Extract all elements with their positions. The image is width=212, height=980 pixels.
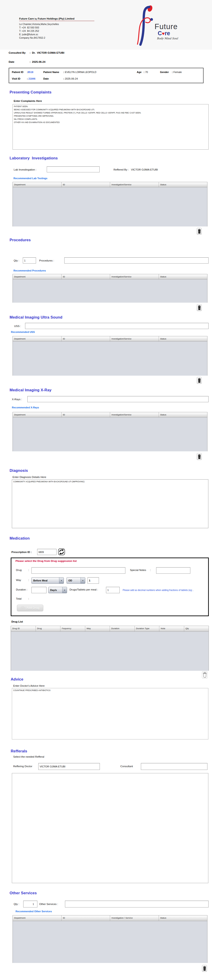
column-header-investigation-service[interactable]: Investigation/Service [110, 182, 159, 187]
procedures-input-label: Procedures : [39, 259, 54, 262]
recommended-other-services-label: Recommended Other Services [16, 910, 52, 913]
xray-table-body[interactable] [13, 417, 207, 451]
other-services-table-header: Department ID Investigation / Service St… [13, 915, 207, 921]
way-select-value: Before Meal [33, 579, 47, 582]
visit-date-field: Date: 2025-06-24 [43, 77, 78, 80]
logo-word-care: C♥re [158, 30, 178, 36]
column-header-drug-id[interactable]: Drug ID [11, 626, 36, 632]
drug-suggestion-warning: Please select the Drug from Drug suggess… [16, 560, 77, 562]
column-header-department[interactable]: Department [13, 182, 61, 187]
drug-input[interactable] [32, 567, 125, 574]
refresh-prescription-button[interactable] [58, 549, 65, 555]
column-header-id[interactable]: ID [61, 915, 110, 921]
frequency-select[interactable]: OD▼ [67, 578, 85, 584]
column-header-department[interactable]: Department [13, 274, 61, 279]
advice-label: Enter Doctor's Advice Here [13, 684, 45, 687]
column-header-status[interactable]: Status [159, 412, 207, 417]
uss-input[interactable] [25, 323, 209, 329]
other-services-table-body[interactable] [13, 921, 207, 963]
column-header-id[interactable]: ID [61, 274, 110, 279]
patient-name-value: EVELYN LORNA LEOPOLD [65, 71, 96, 73]
gender-value: Female [173, 71, 182, 73]
way-select[interactable]: Before Meal▼ [32, 578, 64, 584]
column-header-investigation-service[interactable]: Investigation/Service [110, 274, 159, 279]
recommended-uss-label: Recommended USS [11, 331, 35, 333]
section-title-diagnosis: Diagnosis [10, 468, 28, 473]
delete-xray-icon[interactable] [197, 453, 202, 460]
column-header-drug[interactable]: Drug [36, 626, 61, 632]
special-notes-label: Special Notes [130, 569, 146, 571]
delete-lab-test-icon[interactable] [197, 228, 202, 235]
other-services-qty-label: Qty : [14, 903, 19, 905]
company-phone-2: T: +24 84 225 252 [19, 29, 95, 33]
procedures-table-body[interactable] [13, 280, 207, 303]
section-title-procedures: Procedures [10, 238, 31, 242]
patient-id-value: 8518 [28, 71, 33, 73]
add-drug-button[interactable]: Add Drug [17, 605, 43, 611]
referring-doctor-input[interactable] [38, 763, 100, 770]
duration-unit-value: Day/s [50, 589, 57, 592]
column-header-department[interactable]: Department [13, 412, 61, 417]
xray-input-label: X-Rays : [12, 398, 22, 401]
section-title-xray: Medical Imaging X-Ray [10, 388, 51, 392]
decimal-fraction-note: Please add as decimal numbers when addin… [123, 589, 207, 592]
column-header-status[interactable]: Status [159, 336, 207, 341]
column-header-duration[interactable]: Duration [110, 626, 135, 632]
frequency-qty-input[interactable] [88, 578, 99, 584]
complaints-textarea[interactable]: PATIENT SEEN. BEING ASSESSED FOR COMMUNI… [13, 104, 209, 150]
uss-table-body[interactable] [13, 342, 207, 375]
per-meal-input[interactable] [106, 587, 120, 593]
diagnosis-textarea[interactable]: COMMUNITY ACQUIRED PNEUMONIA WITH BACKGR… [12, 479, 208, 528]
column-header-id[interactable]: ID [61, 182, 110, 187]
procedures-qty-input[interactable] [23, 258, 36, 264]
xray-input[interactable] [27, 396, 209, 402]
colon: : [172, 71, 173, 73]
prescription-id-input[interactable] [37, 549, 56, 555]
section-title-medication: Medication [10, 536, 30, 541]
procedures-table-header: Department ID Investigation/Service Stat… [13, 274, 207, 280]
advice-textarea[interactable]: COUNTINUE PRESCRIBED ANTIBIOTICS [12, 688, 208, 740]
delete-advice-icon[interactable] [202, 671, 207, 678]
column-header-qty[interactable]: Qty [184, 626, 209, 632]
column-header-way[interactable]: Way [85, 626, 110, 632]
column-header-status[interactable]: Status [159, 274, 207, 279]
column-header-id[interactable]: ID [61, 336, 110, 341]
other-services-qty-input[interactable] [23, 900, 37, 907]
column-header-id[interactable]: ID [61, 412, 110, 417]
procedures-input[interactable] [64, 258, 209, 264]
trash-icon [198, 454, 201, 459]
date-value: 2025-06-24 [32, 60, 45, 63]
column-header-department[interactable]: Department [13, 915, 61, 921]
column-header-note[interactable]: Note [159, 626, 184, 632]
diagnosis-label: Enter Diagnosis Details Here [13, 476, 46, 479]
referrals-list-box[interactable] [12, 773, 208, 883]
consultant-input[interactable] [141, 763, 207, 770]
special-notes-input[interactable] [156, 567, 190, 574]
delete-procedure-icon[interactable] [197, 304, 202, 311]
column-header-status[interactable]: Status [159, 915, 207, 921]
column-header-investigation-service[interactable]: Investigation/Service [110, 336, 159, 341]
column-header-frequency[interactable]: Fequency [60, 626, 85, 632]
company-phone-1: T: +24 82 593 593 [19, 26, 95, 29]
delete-other-service-icon[interactable] [202, 965, 207, 972]
column-header-department[interactable]: Department [13, 336, 61, 341]
duration-input[interactable] [32, 587, 47, 593]
lab-referred-by-label: Reffered By : [114, 168, 129, 171]
recommended-procedures-label: Recommended Procedures [13, 269, 46, 272]
lab-tests-table-body[interactable] [13, 187, 207, 226]
patient-id-field: Patient ID:8518 [12, 71, 33, 73]
section-title-advice: Advice [11, 677, 23, 681]
trash-icon [198, 229, 201, 234]
duration-unit-select[interactable]: Day/s▼ [48, 587, 67, 593]
delete-uss-icon[interactable] [197, 377, 202, 384]
other-services-input[interactable] [65, 900, 209, 907]
column-header-duration-type[interactable]: Duration Type [135, 626, 159, 632]
lab-investigation-input[interactable] [47, 167, 100, 172]
column-header-status[interactable]: Status [159, 182, 207, 187]
visit-id-label: Visit ID [12, 77, 27, 80]
column-header-investigation-service[interactable]: Investigation / Service [110, 915, 159, 921]
column-header-investigation-service[interactable]: Investigation/Service [110, 412, 159, 417]
section-title-other-services: Other Services [10, 891, 37, 895]
drug-list-table-body[interactable] [11, 632, 209, 671]
add-drug-button-label: Add Drug [26, 606, 39, 609]
